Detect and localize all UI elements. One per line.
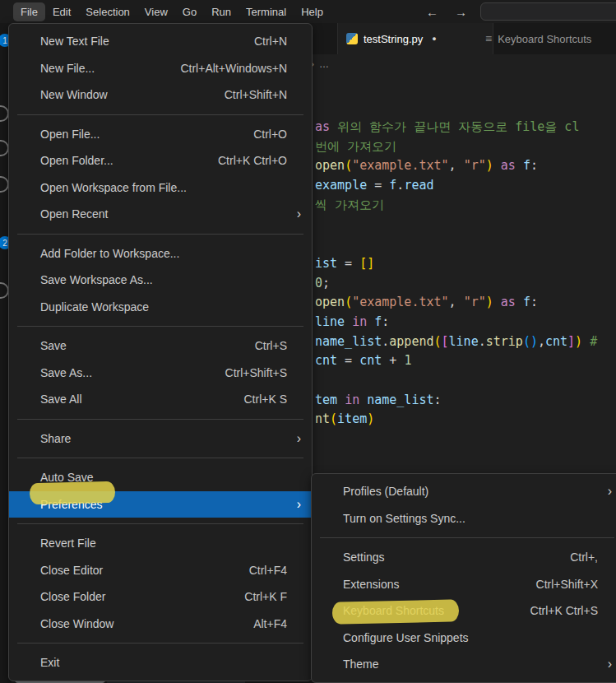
menu-item-label: Configure User Snippets — [343, 631, 598, 644]
code-token: line — [449, 334, 479, 349]
submenu-item-configure-user-snippets[interactable]: Configure User Snippets — [312, 625, 616, 652]
code-token: = — [337, 256, 359, 271]
code-token: ) — [575, 334, 582, 349]
menubar-item-run[interactable]: Run — [204, 2, 239, 21]
menu-item-save[interactable]: Save Ctrl+S — [9, 332, 312, 360]
menu-item-new-window[interactable]: New Window Ctrl+Shift+N — [9, 81, 312, 109]
menubar-item-terminal[interactable]: Terminal — [239, 2, 294, 21]
menu-item-save-all[interactable]: Save All Ctrl+K S — [9, 386, 312, 413]
menubar-item-help[interactable]: Help — [294, 2, 331, 21]
code-line: 0; — [315, 274, 616, 294]
menubar-item-go[interactable]: Go — [175, 2, 204, 21]
code-token: [] — [359, 256, 374, 271]
preferences-submenu: Profiles (Default) › Turn on Settings Sy… — [311, 473, 616, 683]
menu-item-open-folder[interactable]: Open Folder... Ctrl+K Ctrl+O — [9, 147, 312, 174]
submenu-item-profiles[interactable]: Profiles (Default) › — [312, 478, 616, 505]
code-token: f — [523, 158, 530, 173]
menu-item-label: Profiles (Default) — [343, 485, 598, 498]
tab-teststring-py[interactable]: testString.py ● — [337, 23, 493, 54]
code-token: "example.txt" — [352, 295, 448, 309]
menu-item-open-recent[interactable]: Open Recent › — [9, 201, 312, 228]
forward-arrow-icon[interactable]: → — [455, 5, 467, 19]
menu-item-label: Settings — [343, 551, 553, 564]
code-token: ( — [330, 411, 337, 426]
menu-item-label: Save — [40, 339, 239, 352]
menubar-item-edit[interactable]: Edit — [45, 2, 78, 21]
code-line — [315, 371, 616, 391]
menu-separator — [17, 114, 303, 115]
modified-dot-icon[interactable]: ● — [432, 35, 436, 43]
menu-item-new-text-file[interactable]: New Text File Ctrl+N — [9, 28, 312, 55]
menu-item-close-window[interactable]: Close Window Alt+F4 — [9, 611, 312, 638]
menu-item-share[interactable]: Share › — [9, 425, 312, 453]
code-token: [ — [442, 334, 449, 349]
menu-item-close-editor[interactable]: Close Editor Ctrl+F4 — [9, 557, 312, 584]
submenu-item-settings[interactable]: Settings Ctrl+, — [312, 544, 616, 571]
menu-item-label: Add Folder to Workspace... — [40, 247, 287, 260]
menubar-item-selection[interactable]: Selection — [78, 2, 137, 21]
menu-item-label: Open File... — [40, 128, 237, 141]
menu-item-revert-file[interactable]: Revert File — [9, 530, 312, 557]
menu-item-shortcut: Ctrl+K Ctrl+O — [218, 154, 287, 167]
code-line: 씩 가져오기 — [315, 196, 616, 216]
code-token: ; — [322, 276, 330, 290]
menu-item-duplicate-workspace[interactable]: Duplicate Workspace — [9, 294, 312, 321]
code-token: = — [337, 353, 359, 368]
code-token: ) — [486, 158, 493, 173]
chevron-right-icon: › — [608, 484, 612, 499]
menu-item-label: Theme — [343, 657, 598, 671]
menu-separator — [17, 234, 303, 235]
menu-item-label: New Window — [40, 88, 208, 101]
chevron-right-icon: › — [608, 657, 612, 671]
menu-item-shortcut: Ctrl+K Ctrl+S — [530, 604, 598, 617]
menu-item-label: Revert File — [40, 537, 287, 550]
code-token: = — [367, 178, 389, 193]
code-token: cnt — [545, 334, 567, 349]
breadcrumb[interactable]: › … — [311, 54, 616, 74]
code-token: f — [523, 295, 530, 309]
menu-separator — [17, 643, 303, 644]
menu-item-save-workspace-as[interactable]: Save Workspace As... — [9, 267, 312, 294]
menu-item-open-workspace-from-file[interactable]: Open Workspace from File... — [9, 174, 312, 202]
menu-item-exit[interactable]: Exit — [9, 649, 312, 676]
command-center-search[interactable] — [480, 2, 616, 21]
menu-item-open-file[interactable]: Open File... Ctrl+O — [9, 121, 312, 148]
code-line: as 위의 함수가 끝나면 자동으로 file을 cl — [315, 118, 616, 137]
chevron-right-icon: › — [297, 497, 301, 512]
code-token: open — [315, 158, 345, 173]
menu-item-shortcut: Ctrl+K F — [244, 590, 287, 603]
submenu-item-theme[interactable]: Theme › — [312, 651, 616, 678]
menubar-item-view[interactable]: View — [137, 2, 175, 21]
menu-item-label: Close Window — [40, 617, 237, 630]
file-menu-dropdown: New Text File Ctrl+N New File... Ctrl+Al… — [8, 23, 313, 681]
breadcrumb-ellipsis[interactable]: … — [319, 58, 329, 70]
tab-keyboard-shortcuts[interactable]: ≡ Keyboard Shortcuts — [477, 23, 616, 54]
back-arrow-icon[interactable]: ← — [426, 5, 438, 19]
code-line — [315, 235, 616, 254]
menu-item-label: Share — [40, 432, 287, 445]
menu-item-close-folder[interactable]: Close Folder Ctrl+K F — [9, 583, 312, 611]
code-token: f — [389, 178, 396, 193]
code-token: . — [479, 334, 486, 349]
submenu-item-settings-sync[interactable]: Turn on Settings Sync... — [312, 505, 616, 532]
code-line: open("example.txt", "r") as f: — [315, 293, 616, 313]
menu-item-new-file[interactable]: New File... Ctrl+Alt+Windows+N — [9, 55, 312, 82]
menu-item-label: Save As... — [40, 366, 209, 379]
code-token: 씩 가져오기 — [315, 197, 384, 212]
code-token: tem — [315, 393, 345, 407]
code-token: "r" — [464, 158, 486, 173]
menubar-item-file[interactable]: File — [13, 2, 45, 21]
menu-item-save-as[interactable]: Save As... Ctrl+Shift+S — [9, 360, 312, 387]
menu-item-add-folder-to-workspace[interactable]: Add Folder to Workspace... — [9, 240, 312, 267]
editor-code-area[interactable]: as 위의 함수가 끝나면 자동으로 file을 cl번에 가져오기open("… — [315, 118, 616, 430]
tab-label: Keyboard Shortcuts — [498, 33, 591, 45]
code-line: open("example.txt", "r") as f: — [315, 156, 616, 176]
submenu-item-extensions[interactable]: Extensions Ctrl+Shift+X — [312, 571, 616, 598]
code-token: ( — [345, 158, 352, 173]
code-token: ] — [567, 334, 575, 349]
nav-arrows: ← → — [426, 0, 467, 23]
highlighter-mark-keyboard-shortcuts — [332, 599, 460, 624]
code-token: as — [315, 119, 337, 134]
code-token: ist — [315, 256, 337, 271]
vscode-window: as 위의 함수가 끝나면 자동으로 file을 cl번에 가져오기open("… — [0, 0, 616, 683]
